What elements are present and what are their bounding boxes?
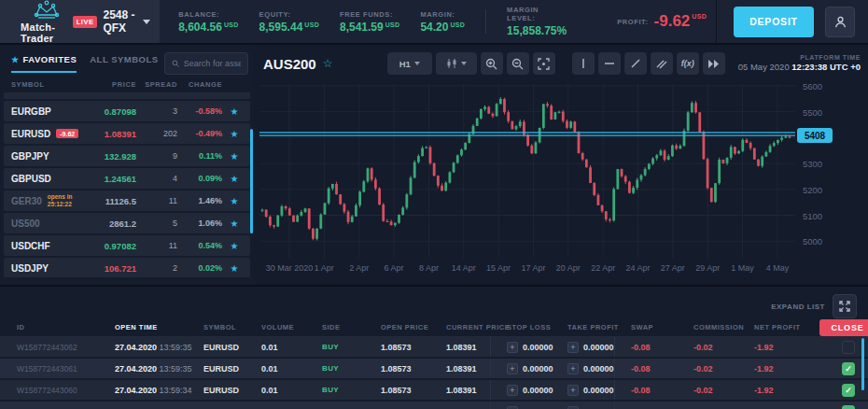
price-tick: 5600	[803, 81, 822, 92]
symbol-change: 1.06%	[177, 219, 222, 228]
position-id: W158772443061	[17, 364, 115, 374]
column-current-price[interactable]: CURRENT PRICE	[446, 323, 507, 331]
column-symbol[interactable]: SYMBOL	[203, 323, 261, 331]
position-volume: 0.01	[261, 364, 322, 374]
watchlist-row[interactable]: GBPUSD 1.24561 4 0.09% ★	[4, 168, 250, 189]
favorite-star-icon[interactable]: ★	[222, 241, 246, 251]
fit-chart-button[interactable]	[533, 52, 555, 75]
column-net-profit[interactable]: NET PROFIT	[754, 323, 818, 331]
expand-icon	[839, 301, 850, 312]
favorite-star-icon[interactable]: ★	[222, 174, 246, 184]
indicators-button[interactable]: f(x)	[677, 52, 699, 75]
stat-unit: USD	[224, 21, 239, 28]
add-take-profit-button[interactable]: +	[567, 342, 579, 353]
fx-icon: f(x)	[681, 59, 694, 68]
column-swap[interactable]: SWAP	[631, 323, 693, 331]
add-take-profit-button[interactable]: +	[567, 363, 579, 374]
column-id[interactable]: ID	[17, 323, 115, 331]
chart-body[interactable]: 5600550054005300520051005000 30 Mar 2020…	[254, 82, 868, 285]
price-tick: 5000	[803, 236, 822, 247]
position-row[interactable]: W158772443061 27.04.2020 13:59:35 EURUSD…	[0, 359, 868, 378]
time-tick: 22 Apr	[591, 263, 615, 273]
search-box[interactable]	[164, 52, 248, 75]
timeframe-select[interactable]: H1	[387, 52, 432, 75]
select-position-checkbox[interactable]: ✓	[842, 405, 855, 409]
open-price: 1.08573	[381, 364, 446, 374]
close-positions-button[interactable]: CLOSE	[819, 319, 868, 336]
account-selector[interactable]: LIVE 2548 - QFX	[73, 8, 150, 35]
column-open-price[interactable]: OPEN PRICE	[381, 323, 446, 331]
search-input[interactable]	[184, 59, 241, 68]
favorite-star-icon[interactable]: ★	[222, 219, 246, 229]
net-profit-value: -1.92	[754, 386, 818, 395]
favorite-star-icon[interactable]: ★	[222, 196, 246, 206]
deposit-button[interactable]: DEPOSIT	[734, 7, 814, 37]
column-change: CHANGE	[177, 80, 222, 89]
watchlist-row[interactable]: EURCHF 1.05138 222 -0.38% ★	[4, 92, 250, 99]
position-row[interactable]: W158772443060 27.04.2020 13:59:34 EURUSD…	[0, 380, 868, 400]
add-stop-loss-button[interactable]: +	[507, 342, 518, 353]
symbol-change: 0.11%	[177, 151, 222, 161]
position-row[interactable]: W158772443059 27.04.2020 13:59:33 EURUSD…	[0, 402, 868, 409]
column-volume[interactable]: VOLUME	[261, 323, 322, 331]
add-stop-loss-button[interactable]: +	[507, 363, 518, 374]
swap-value: -0.08	[631, 343, 693, 352]
time-tick: 27 Apr	[661, 263, 685, 273]
expand-list-button[interactable]	[833, 294, 857, 318]
watchlist-row[interactable]: US500 2861.2 5 1.06% ★	[4, 213, 250, 233]
zoom-out-button[interactable]	[507, 52, 529, 75]
account-stats: BALANCE: 8,604.56 USD EQUITY: 8,595.44 U…	[160, 0, 716, 43]
add-take-profit-button[interactable]: +	[567, 385, 579, 396]
watchlist-tab[interactable]: ★ FAVORITES	[11, 54, 77, 73]
favorite-star-icon[interactable]: ☆	[323, 57, 333, 70]
candlestick-chart[interactable]	[259, 84, 795, 258]
watchlist-scrollbar[interactable]	[250, 129, 253, 233]
watchlist-row[interactable]: USDCHF 0.97082 11 0.54% ★	[4, 235, 250, 256]
person-icon	[833, 15, 847, 29]
watchlist-row[interactable]: GBPJPY 132.928 9 0.11% ★	[4, 146, 250, 166]
favorite-star-icon[interactable]: ★	[222, 92, 246, 94]
watchlist-tab[interactable]: ALL SYMBOLS	[90, 54, 158, 73]
zoom-in-button[interactable]	[481, 52, 503, 75]
position-row[interactable]: W158772443062 27.04.2020 13:59:35 EURUSD…	[0, 337, 868, 357]
brand: Match-Trader	[21, 0, 73, 44]
search-icon	[172, 59, 179, 68]
column-open-time[interactable]: OPEN TIME	[115, 323, 203, 331]
select-position-checkbox[interactable]: ✓	[842, 362, 855, 375]
parallel-lines-tool[interactable]	[651, 52, 673, 75]
vertical-line-tool[interactable]	[572, 52, 595, 75]
add-take-profit-button[interactable]: +	[567, 406, 579, 409]
stat-item: FREE FUNDS: 8,541.59 USD	[340, 10, 399, 34]
symbol-name: EURCHF	[11, 92, 50, 94]
profile-button[interactable]	[825, 7, 855, 37]
favorite-star-icon[interactable]: ★	[222, 106, 246, 117]
trend-line-tool[interactable]	[624, 52, 647, 75]
column-stop-loss[interactable]: STOP LOSS	[507, 323, 567, 331]
price-tick: 5500	[803, 107, 822, 118]
add-stop-loss-button[interactable]: +	[507, 406, 518, 409]
select-position-checkbox[interactable]: ✓	[842, 384, 855, 397]
column-take-profit[interactable]: TAKE PROFIT	[567, 323, 631, 331]
column-side[interactable]: SIDE	[322, 323, 381, 331]
add-stop-loss-button[interactable]: +	[507, 385, 518, 396]
symbol-spread: 4	[136, 174, 177, 183]
top-bar: Match-Trader LIVE 2548 - QFX BALANCE: 8,…	[0, 0, 868, 43]
watchlist-row[interactable]: GER30 opens in25:12:22 11126.5 11 1.46% …	[4, 190, 250, 211]
position-symbol: EURUSD	[203, 364, 261, 374]
watchlist-row[interactable]: USDJPY 106.721 2 0.02% ★	[4, 258, 250, 277]
zoom-out-icon	[511, 58, 524, 70]
column-price: PRICE	[78, 80, 136, 89]
watchlist-row[interactable]: EURUSD -9.62 1.08391 202 -0.49% ★	[4, 123, 250, 144]
watchlist-row[interactable]: EURGBP 0.87098 3 -0.58% ★	[4, 101, 250, 121]
favorite-star-icon[interactable]: ★	[222, 151, 246, 162]
favorite-star-icon[interactable]: ★	[222, 129, 246, 139]
horizontal-line-tool[interactable]	[598, 52, 621, 75]
fast-forward-button[interactable]	[703, 52, 725, 75]
favorite-star-icon[interactable]: ★	[222, 263, 246, 274]
column-commission[interactable]: COMMISSION	[693, 323, 754, 331]
chart-type-select[interactable]	[436, 52, 477, 75]
positions-scrollbar[interactable]	[861, 338, 864, 390]
column-spread: SPREAD	[136, 80, 177, 89]
chevron-down-icon	[414, 62, 420, 65]
select-position-checkbox[interactable]	[842, 341, 855, 354]
